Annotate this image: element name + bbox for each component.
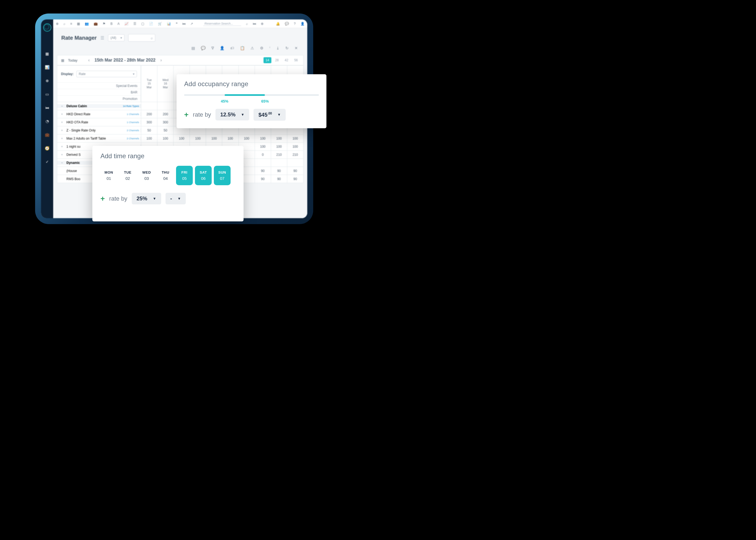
prev-range[interactable]: ‹ xyxy=(85,58,92,63)
zoom-14[interactable]: 14 xyxy=(264,57,271,63)
tb-globe-icon[interactable]: ⊕ xyxy=(261,22,264,26)
small-search[interactable]: ⌕ xyxy=(128,34,155,42)
day-sat[interactable]: SAT06 xyxy=(195,166,212,185)
tb-bullets-icon[interactable]: ☰ xyxy=(133,22,136,26)
tb-b-icon[interactable]: B xyxy=(110,22,113,26)
zoom-selector: 14 28 42 56 xyxy=(264,57,303,63)
time-percent-select[interactable]: 25%▼ xyxy=(132,193,161,204)
day-tue[interactable]: TUE02 xyxy=(119,166,136,185)
tb-image-icon[interactable]: ▢ xyxy=(141,22,144,26)
special-row: Special Events xyxy=(57,82,141,89)
tb-bed2-icon[interactable]: 🛏 xyxy=(253,22,256,26)
day-sun[interactable]: SUN07 xyxy=(214,166,231,185)
day-fri[interactable]: FRI05 xyxy=(176,166,193,185)
calendar-icon[interactable]: ▦ xyxy=(57,58,68,63)
act-user-icon[interactable]: 👤 xyxy=(220,46,224,50)
act-notes-icon[interactable]: ▤ xyxy=(191,46,195,50)
act-tag-icon[interactable]: 🏷 xyxy=(230,46,234,50)
page-title: Rate Manager xyxy=(61,35,97,41)
act-filter-icon[interactable]: ∇ xyxy=(211,46,214,50)
tb-search2-icon[interactable]: ⌕ xyxy=(246,22,248,26)
plus-icon: + xyxy=(184,110,189,119)
tb-stats-icon[interactable]: 📊 xyxy=(167,22,171,26)
tb-doc-icon[interactable]: 📄 xyxy=(149,22,153,26)
day-thu[interactable]: THU04 xyxy=(157,166,174,185)
add-occupancy-range-card: Add occupancy range 45% 65% + rate by 12… xyxy=(177,74,326,128)
act-export-icon[interactable]: ⤓ xyxy=(276,46,280,50)
occupancy-slider[interactable] xyxy=(184,94,319,96)
tb-list-icon[interactable]: ≡ xyxy=(70,22,72,26)
tb-people-icon[interactable]: 👥 xyxy=(85,22,89,26)
occupancy-percent-select[interactable]: 12.5%▼ xyxy=(215,109,249,120)
page-header: Rate Manager ☰ (All) ⌕ xyxy=(53,28,307,44)
act-close-icon[interactable]: ✕ xyxy=(295,46,298,50)
nav-plus-icon[interactable]: ⊕ xyxy=(45,78,50,83)
nav-gauge-icon[interactable]: 🧭 xyxy=(45,146,50,150)
day-header: Tue15Mar xyxy=(141,66,157,102)
tb-bed-icon[interactable]: 🛏 xyxy=(182,22,186,26)
special-row: Promotion xyxy=(57,95,141,102)
act-gear-icon[interactable]: ⚙ xyxy=(260,46,264,50)
tb-chat-icon[interactable]: 💬 xyxy=(285,22,289,26)
next-range[interactable]: › xyxy=(158,58,165,63)
nav-briefcase-icon[interactable]: 💼 xyxy=(45,133,50,137)
tb-cart-icon[interactable]: 🛒 xyxy=(158,22,162,26)
plus-icon: + xyxy=(100,195,105,203)
tb-plus-icon[interactable]: ⊕ xyxy=(56,22,59,26)
nav-check-icon[interactable]: ✓ xyxy=(45,160,50,164)
act-chat-icon[interactable]: 💬 xyxy=(201,46,205,50)
zoom-28[interactable]: 28 xyxy=(273,57,281,63)
display-select[interactable]: Rate xyxy=(76,71,137,77)
nav-chart-icon[interactable]: 📊 xyxy=(45,65,50,69)
date-strip: ▦ Today ‹ 15th Mar 2022 - 28th Mar 2022 … xyxy=(57,55,304,66)
tb-quote-icon[interactable]: ❝ xyxy=(176,22,178,26)
date-range: 15th Mar 2022 - 28th Mar 2022 xyxy=(92,58,158,63)
occupancy-high: 65% xyxy=(261,99,269,103)
occupancy-low: 45% xyxy=(221,99,228,103)
act-clipboard-icon[interactable]: 📋 xyxy=(240,46,245,50)
topbar: ⊕ ⌕ ≡ ▦ 👥 💼 ⚑ B A 📈 ☰ ▢ 📄 🛒 📊 ❝ 🛏 ↗ xyxy=(53,19,307,28)
occupancy-amount-select[interactable]: $45.00 ▼ xyxy=(254,109,286,121)
layers-icon[interactable]: ☰ xyxy=(100,35,104,41)
special-row: BAR xyxy=(57,89,141,95)
tb-arrow-icon[interactable]: ↗ xyxy=(190,22,193,26)
act-refresh-icon[interactable]: ↻ xyxy=(285,46,289,50)
nav-bed-icon[interactable]: 🛏 xyxy=(45,105,50,110)
filter-dropdown[interactable]: (All) xyxy=(108,34,124,41)
sidebar: ▦ 📊 ⊕ ▭ 🛏 ◔ 💼 🧭 ✓ xyxy=(41,19,53,218)
display-label: Display: xyxy=(61,72,74,76)
action-toolbar: ▤ 💬 ∇ 👤 🏷 📋 ⚠ ⚙ ⁱ ⤓ ↻ ✕ xyxy=(53,44,307,53)
add-time-range-card: Add time range MON01TUE02WED03THU04FRI05… xyxy=(92,146,244,221)
today-label[interactable]: Today xyxy=(68,58,85,63)
table-row[interactable]: +Max 2 Adults on Tariff Table2 Channels1… xyxy=(57,134,303,142)
zoom-56[interactable]: 56 xyxy=(292,57,300,63)
tb-graph-icon[interactable]: 📈 xyxy=(124,22,129,26)
time-amount-select[interactable]: -▼ xyxy=(166,193,186,204)
zoom-42[interactable]: 42 xyxy=(283,57,290,63)
act-warn-icon[interactable]: ⚠ xyxy=(251,46,254,50)
tb-help-icon[interactable]: ? xyxy=(294,22,296,26)
tb-search-icon[interactable]: ⌕ xyxy=(63,22,65,26)
nav-grid-icon[interactable]: ▦ xyxy=(45,52,50,56)
tb-grid-icon[interactable]: ▦ xyxy=(77,22,80,26)
day-mon[interactable]: MON01 xyxy=(100,166,117,185)
reservation-search[interactable]: Reservation Search... xyxy=(203,21,241,26)
time-title: Add time range xyxy=(100,152,235,160)
nav-pie-icon[interactable]: ◔ xyxy=(45,119,50,123)
rate-by-label: rate by xyxy=(109,195,127,202)
act-info-icon[interactable]: ⁱ xyxy=(270,46,270,50)
nav-card-icon[interactable]: ▭ xyxy=(45,92,50,96)
tb-bell-icon[interactable]: 🔔 xyxy=(276,22,280,26)
tb-user-icon[interactable]: 👤 xyxy=(301,22,305,26)
rate-by-label: rate by xyxy=(193,111,211,118)
day-header: Wed16Mar xyxy=(157,66,173,102)
occupancy-title: Add occupancy range xyxy=(184,80,319,88)
tb-flag-icon[interactable]: ⚑ xyxy=(103,22,106,26)
search-placeholder: Reservation Search... xyxy=(204,22,233,25)
tb-a-icon[interactable]: A xyxy=(117,22,120,26)
app-logo[interactable] xyxy=(43,24,51,32)
day-wed[interactable]: WED03 xyxy=(138,166,155,185)
tb-briefcase-icon[interactable]: 💼 xyxy=(94,22,98,26)
